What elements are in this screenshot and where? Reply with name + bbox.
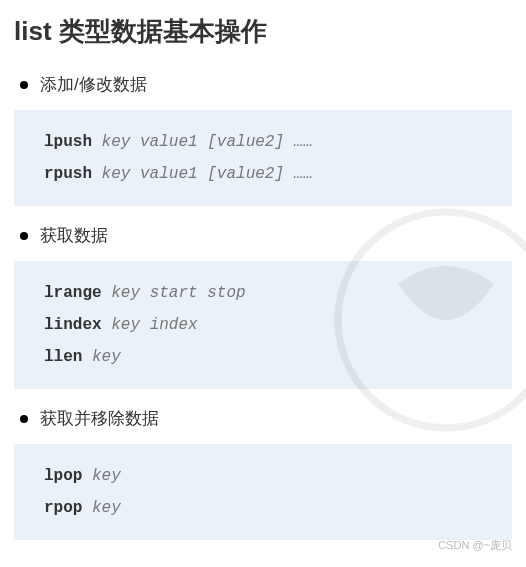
code-block: lpop key rpop key — [14, 444, 512, 540]
command-args: key value1 [value2] …… — [102, 133, 313, 151]
command-name: llen — [44, 348, 92, 366]
command-name: lpop — [44, 467, 92, 485]
code-line: lindex key index — [44, 309, 482, 341]
footer-watermark: CSDN @~庞贝 — [438, 538, 512, 553]
section-title: 获取数据 — [14, 224, 512, 247]
code-block: lpush key value1 [value2] …… rpush key v… — [14, 110, 512, 206]
command-args: key — [92, 467, 121, 485]
section-add-modify: 添加/修改数据 lpush key value1 [value2] …… rpu… — [14, 73, 512, 206]
command-args: key — [92, 348, 121, 366]
command-args: key — [92, 499, 121, 517]
command-name: rpush — [44, 165, 102, 183]
command-name: lpush — [44, 133, 102, 151]
page-title: list 类型数据基本操作 — [14, 14, 512, 49]
code-line: lpush key value1 [value2] …… — [44, 126, 482, 158]
code-line: lrange key start stop — [44, 277, 482, 309]
section-title: 获取并移除数据 — [14, 407, 512, 430]
command-args: key start stop — [111, 284, 245, 302]
section-title: 添加/修改数据 — [14, 73, 512, 96]
section-pop: 获取并移除数据 lpop key rpop key — [14, 407, 512, 540]
command-name: rpop — [44, 499, 92, 517]
command-args: key index — [111, 316, 197, 334]
code-line: llen key — [44, 341, 482, 373]
code-block: lrange key start stop lindex key index l… — [14, 261, 512, 389]
command-name: lindex — [44, 316, 111, 334]
command-name: lrange — [44, 284, 111, 302]
code-line: lpop key — [44, 460, 482, 492]
section-get: 获取数据 lrange key start stop lindex key in… — [14, 224, 512, 389]
command-args: key value1 [value2] …… — [102, 165, 313, 183]
code-line: rpop key — [44, 492, 482, 524]
code-line: rpush key value1 [value2] …… — [44, 158, 482, 190]
